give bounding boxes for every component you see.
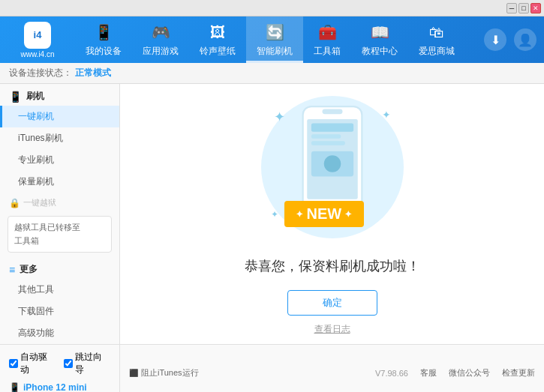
nav-items: 📱 我的设备 🎮 应用游戏 🖼 铃声壁纸 🔄 智能刷机 🧰 工具箱 📖 教程中心… [75,16,484,63]
bottom-area: 自动驱动 跳过向导 📱 iPhone 12 mini 64GB Down-12m… [0,344,544,392]
nav-item-toolbox[interactable]: 🧰 工具箱 [303,16,351,63]
nav-label-wallpaper: 铃声壁纸 [200,45,236,58]
info-box-text: 越狱工具已转移至工具箱 [14,223,80,245]
toolbox-icon: 🧰 [317,22,338,43]
minimize-button[interactable]: ─ [506,3,517,13]
secondary-link[interactable]: 查看日志 [314,323,350,336]
jailbreak-label: 一键越狱 [23,197,56,208]
device-info: 📱 iPhone 12 mini 64GB Down-12mini-13,1 [9,382,110,392]
bottom-sidebar: 自动驱动 跳过向导 📱 iPhone 12 mini 64GB Down-12m… [0,345,120,392]
sidebar-item-save-flash[interactable]: 保量刷机 [0,171,119,193]
version-text: V7.98.66 [375,369,408,378]
header-right: ⬇ 👤 [484,28,544,51]
one-click-label: 一键刷机 [18,111,54,121]
svg-rect-4 [311,124,353,132]
sidebar-group-flash: 📱 刷机 [0,84,119,106]
smart-flash-icon: 🔄 [264,22,285,43]
new-badge-text: NEW [306,205,341,223]
title-bar: ─ □ ✕ [0,0,544,16]
sparkle-bl: ✦ [271,209,278,220]
checkbox-row: 自动驱动 跳过向导 [9,351,110,376]
svg-rect-2 [322,109,342,114]
flash-group-icon: 📱 [9,91,22,103]
flash-group-label: 刷机 [26,90,44,103]
nav-label-toolbox: 工具箱 [314,45,341,58]
svg-rect-5 [311,134,340,139]
wallpaper-icon: 🖼 [207,22,228,43]
logo-area: i4 www.i4.cn [0,22,75,58]
sidebar-item-other-tools[interactable]: 其他工具 [0,279,119,301]
svg-rect-6 [311,141,344,145]
nav-label-store: 爱思商城 [419,45,455,58]
nav-item-smart-flash[interactable]: 🔄 智能刷机 [246,16,303,63]
middle-area: 📱 刷机 一键刷机 iTunes刷机 专业刷机 保量刷机 🔒 一键越狱 越狱工具… [0,84,544,344]
advanced-label: 高级功能 [18,328,54,338]
other-tools-label: 其他工具 [18,284,54,295]
user-button[interactable]: 👤 [514,28,536,51]
logo-text: www.i4.cn [20,50,54,58]
tutorials-icon: 📖 [369,22,390,43]
sidebar-item-one-click[interactable]: 一键刷机 [0,106,119,127]
sidebar-item-pro-flash[interactable]: 专业刷机 [0,149,119,171]
more-group-icon: ≡ [9,264,15,276]
new-badge: NEW [284,201,364,227]
store-icon: 🛍 [426,22,447,43]
confirm-button[interactable]: 确定 [287,290,377,316]
sidebar-section-jailbreak: 🔒 一键越狱 [0,193,119,213]
my-device-icon: 📱 [93,22,114,43]
skip-wizard-label: 跳过向导 [75,351,111,376]
status-value: 正常模式 [75,67,111,79]
device-phone-icon: 📱 [9,382,20,392]
more-group-label: 更多 [20,263,38,276]
logo-icon: i4 [24,22,51,49]
nav-item-tutorials[interactable]: 📖 教程中心 [351,16,408,63]
support-link[interactable]: 客服 [420,367,437,379]
sidebar-info-box: 越狱工具已转移至工具箱 [8,216,112,253]
nav-label-smart-flash: 智能刷机 [257,45,293,58]
nav-item-wallpaper[interactable]: 🖼 铃声壁纸 [189,16,246,63]
bottom-status: ⬛ 阻止iTunes运行 [120,345,375,392]
sidebar-item-advanced[interactable]: 高级功能 [0,322,119,344]
itunes-flash-label: iTunes刷机 [18,133,63,143]
auto-connect-checkbox-label[interactable]: 自动驱动 [9,351,56,376]
sidebar-item-download-fw[interactable]: 下载固件 [0,301,119,322]
sidebar-group-more: ≡ 更多 [0,257,119,279]
save-flash-label: 保量刷机 [18,176,54,187]
status-label: 设备连接状态： [9,67,72,79]
success-message: 恭喜您，保资料刷机成功啦！ [245,257,420,275]
update-link[interactable]: 检查更新 [502,367,535,379]
status-bar: 设备连接状态： 正常模式 [0,63,544,84]
wechat-link[interactable]: 微信公众号 [449,367,490,379]
sidebar: 📱 刷机 一键刷机 iTunes刷机 专业刷机 保量刷机 🔒 一键越狱 越狱工具… [0,84,120,344]
svg-point-8 [323,155,341,172]
header: i4 www.i4.cn 📱 我的设备 🎮 应用游戏 🖼 铃声壁纸 🔄 智能刷机… [0,16,544,63]
nav-item-store[interactable]: 🛍 爱思商城 [408,16,465,63]
stop-itunes-button[interactable]: ⬛ 阻止iTunes运行 [129,367,199,379]
device-name-text: iPhone 12 mini [23,382,87,392]
download-button[interactable]: ⬇ [484,28,506,51]
nav-item-apps[interactable]: 🎮 应用游戏 [132,16,189,63]
lock-icon: 🔒 [9,198,20,208]
device-name: 📱 iPhone 12 mini [9,382,110,392]
auto-connect-checkbox[interactable] [9,359,18,368]
sidebar-item-itunes-flash[interactable]: iTunes刷机 [0,127,119,149]
stop-icon: ⬛ [129,369,138,377]
nav-item-my-device[interactable]: 📱 我的设备 [75,16,132,63]
bottom-right-info: V7.98.66 客服 微信公众号 检查更新 [375,345,544,392]
phone-illustration: ✦ ✦ ✦ NEW [257,92,407,242]
sparkle-tr: ✦ [382,109,391,121]
skip-wizard-checkbox[interactable] [64,359,73,368]
sparkle-tl: ✦ [274,109,285,125]
close-button[interactable]: ✕ [530,3,541,13]
stop-itunes-label: 阻止iTunes运行 [141,367,199,379]
skip-wizard-checkbox-label[interactable]: 跳过向导 [64,351,111,376]
auto-connect-label: 自动驱动 [20,351,56,376]
nav-label-my-device: 我的设备 [86,45,122,58]
nav-label-apps: 应用游戏 [143,45,179,58]
download-fw-label: 下载固件 [18,306,54,316]
apps-icon: 🎮 [150,22,171,43]
pro-flash-label: 专业刷机 [18,154,54,165]
maximize-button[interactable]: □ [518,3,529,13]
content-area: ✦ ✦ ✦ NEW 恭喜您，保资料刷机成功啦！ 确定 [120,84,544,344]
nav-label-tutorials: 教程中心 [362,45,398,58]
